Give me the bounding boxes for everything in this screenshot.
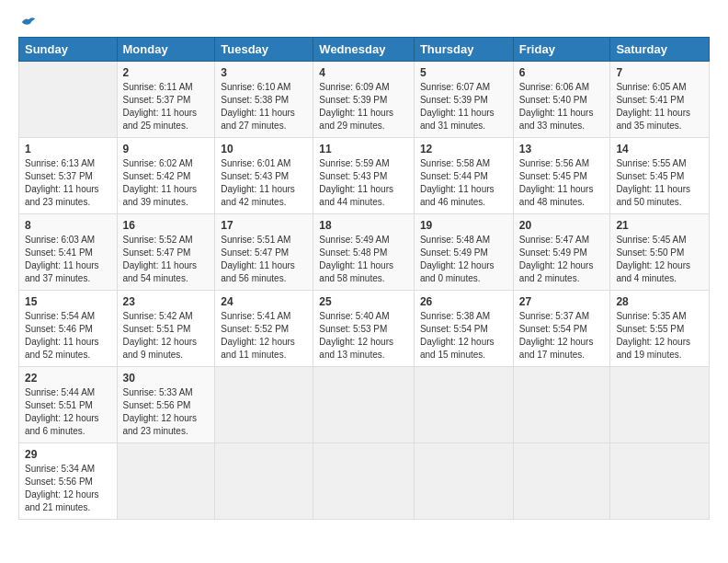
day-info: Sunrise: 6:01 AM Sunset: 5:43 PM Dayligh…	[221, 157, 307, 209]
calendar-cell: 22Sunrise: 5:44 AM Sunset: 5:51 PM Dayli…	[19, 367, 118, 443]
day-number: 16	[123, 219, 210, 232]
day-info: Sunrise: 5:47 AM Sunset: 5:49 PM Dayligh…	[519, 234, 605, 285]
day-number: 4	[319, 66, 408, 79]
calendar-header: SundayMondayTuesdayWednesdayThursdayFrid…	[19, 38, 710, 62]
day-number: 15	[25, 295, 111, 308]
day-number: 8	[25, 219, 111, 232]
day-number: 3	[221, 66, 307, 79]
calendar-cell	[117, 443, 215, 520]
day-number: 29	[25, 448, 111, 461]
day-number: 7	[616, 66, 703, 79]
day-info: Sunrise: 5:48 AM Sunset: 5:49 PM Dayligh…	[420, 234, 507, 285]
calendar-cell: 19Sunrise: 5:48 AM Sunset: 5:49 PM Dayli…	[414, 214, 513, 291]
day-info: Sunrise: 5:56 AM Sunset: 5:45 PM Dayligh…	[519, 157, 605, 209]
calendar-cell: 29Sunrise: 5:34 AM Sunset: 5:56 PM Dayli…	[19, 443, 118, 520]
calendar-cell: 11Sunrise: 5:59 AM Sunset: 5:43 PM Dayli…	[313, 138, 415, 214]
calendar-cell: 7Sunrise: 6:05 AM Sunset: 5:41 PM Daylig…	[610, 62, 710, 138]
day-info: Sunrise: 5:44 AM Sunset: 5:51 PM Dayligh…	[25, 386, 111, 438]
calendar-cell: 5Sunrise: 6:07 AM Sunset: 5:39 PM Daylig…	[414, 62, 513, 138]
page-header	[18, 15, 710, 29]
day-number: 17	[221, 219, 307, 232]
calendar-cell: 28Sunrise: 5:35 AM Sunset: 5:55 PM Dayli…	[610, 291, 710, 367]
col-header-monday: Monday	[117, 38, 215, 62]
day-info: Sunrise: 5:58 AM Sunset: 5:44 PM Dayligh…	[420, 157, 507, 209]
calendar-cell: 26Sunrise: 5:38 AM Sunset: 5:54 PM Dayli…	[414, 291, 513, 367]
calendar-cell	[513, 367, 610, 443]
day-number: 25	[319, 295, 408, 308]
calendar-body: 2Sunrise: 6:11 AM Sunset: 5:37 PM Daylig…	[19, 62, 710, 520]
day-info: Sunrise: 5:37 AM Sunset: 5:54 PM Dayligh…	[519, 310, 605, 362]
day-number: 27	[519, 295, 605, 308]
calendar-cell	[414, 443, 513, 520]
day-info: Sunrise: 5:40 AM Sunset: 5:53 PM Dayligh…	[319, 310, 408, 362]
col-header-sunday: Sunday	[19, 38, 118, 62]
day-number: 24	[221, 295, 307, 308]
day-number: 19	[420, 219, 507, 232]
calendar-cell: 1Sunrise: 6:13 AM Sunset: 5:37 PM Daylig…	[19, 138, 118, 214]
bird-icon	[20, 15, 37, 29]
calendar-week-4: 22Sunrise: 5:44 AM Sunset: 5:51 PM Dayli…	[19, 367, 710, 443]
day-info: Sunrise: 5:51 AM Sunset: 5:47 PM Dayligh…	[221, 234, 307, 285]
day-info: Sunrise: 6:09 AM Sunset: 5:39 PM Dayligh…	[319, 81, 408, 132]
col-header-wednesday: Wednesday	[313, 38, 415, 62]
calendar-cell: 10Sunrise: 6:01 AM Sunset: 5:43 PM Dayli…	[215, 138, 313, 214]
day-number: 26	[420, 295, 507, 308]
day-number: 22	[25, 372, 111, 385]
calendar-cell: 6Sunrise: 6:06 AM Sunset: 5:40 PM Daylig…	[513, 62, 610, 138]
day-info: Sunrise: 5:34 AM Sunset: 5:56 PM Dayligh…	[25, 463, 111, 514]
day-info: Sunrise: 6:07 AM Sunset: 5:39 PM Dayligh…	[420, 81, 507, 132]
calendar-week-5: 29Sunrise: 5:34 AM Sunset: 5:56 PM Dayli…	[19, 443, 710, 520]
day-number: 10	[221, 143, 307, 155]
col-header-friday: Friday	[513, 38, 610, 62]
col-header-thursday: Thursday	[414, 38, 513, 62]
calendar-cell: 24Sunrise: 5:41 AM Sunset: 5:52 PM Dayli…	[215, 291, 313, 367]
day-number: 5	[420, 66, 507, 79]
day-info: Sunrise: 6:11 AM Sunset: 5:37 PM Dayligh…	[123, 81, 210, 132]
col-header-saturday: Saturday	[610, 38, 710, 62]
calendar-week-0: 2Sunrise: 6:11 AM Sunset: 5:37 PM Daylig…	[19, 62, 710, 138]
calendar-table: SundayMondayTuesdayWednesdayThursdayFrid…	[18, 37, 710, 520]
day-info: Sunrise: 5:33 AM Sunset: 5:56 PM Dayligh…	[123, 386, 210, 438]
calendar-cell	[215, 443, 313, 520]
day-number: 2	[123, 66, 210, 79]
day-info: Sunrise: 5:35 AM Sunset: 5:55 PM Dayligh…	[616, 310, 703, 362]
day-info: Sunrise: 6:06 AM Sunset: 5:40 PM Dayligh…	[519, 81, 605, 132]
calendar-cell: 15Sunrise: 5:54 AM Sunset: 5:46 PM Dayli…	[19, 291, 118, 367]
day-number: 6	[519, 66, 605, 79]
day-number: 14	[616, 143, 703, 155]
calendar-cell	[610, 367, 710, 443]
calendar-cell: 2Sunrise: 6:11 AM Sunset: 5:37 PM Daylig…	[117, 62, 215, 138]
calendar-cell: 21Sunrise: 5:45 AM Sunset: 5:50 PM Dayli…	[610, 214, 710, 291]
logo	[18, 15, 37, 29]
day-info: Sunrise: 5:59 AM Sunset: 5:43 PM Dayligh…	[319, 157, 408, 209]
day-info: Sunrise: 5:41 AM Sunset: 5:52 PM Dayligh…	[221, 310, 307, 362]
calendar-cell: 12Sunrise: 5:58 AM Sunset: 5:44 PM Dayli…	[414, 138, 513, 214]
day-number: 30	[123, 372, 210, 385]
day-info: Sunrise: 6:10 AM Sunset: 5:38 PM Dayligh…	[221, 81, 307, 132]
calendar-week-2: 8Sunrise: 6:03 AM Sunset: 5:41 PM Daylig…	[19, 214, 710, 291]
calendar-cell: 23Sunrise: 5:42 AM Sunset: 5:51 PM Dayli…	[117, 291, 215, 367]
calendar-cell: 14Sunrise: 5:55 AM Sunset: 5:45 PM Dayli…	[610, 138, 710, 214]
day-info: Sunrise: 5:49 AM Sunset: 5:48 PM Dayligh…	[319, 234, 408, 285]
calendar-cell: 4Sunrise: 6:09 AM Sunset: 5:39 PM Daylig…	[313, 62, 415, 138]
day-info: Sunrise: 5:55 AM Sunset: 5:45 PM Dayligh…	[616, 157, 703, 209]
calendar-cell: 25Sunrise: 5:40 AM Sunset: 5:53 PM Dayli…	[313, 291, 415, 367]
day-number: 28	[616, 295, 703, 308]
col-header-tuesday: Tuesday	[215, 38, 313, 62]
calendar-cell	[610, 443, 710, 520]
calendar-header-row: SundayMondayTuesdayWednesdayThursdayFrid…	[19, 38, 710, 62]
day-number: 11	[319, 143, 408, 155]
day-number: 23	[123, 295, 210, 308]
day-number: 18	[319, 219, 408, 232]
calendar-cell	[19, 62, 118, 138]
day-number: 12	[420, 143, 507, 155]
calendar-cell: 30Sunrise: 5:33 AM Sunset: 5:56 PM Dayli…	[117, 367, 215, 443]
calendar-cell: 3Sunrise: 6:10 AM Sunset: 5:38 PM Daylig…	[215, 62, 313, 138]
calendar-cell	[513, 443, 610, 520]
day-info: Sunrise: 6:13 AM Sunset: 5:37 PM Dayligh…	[25, 157, 111, 209]
day-number: 13	[519, 143, 605, 155]
calendar-cell: 13Sunrise: 5:56 AM Sunset: 5:45 PM Dayli…	[513, 138, 610, 214]
day-number: 9	[123, 143, 210, 155]
calendar-cell: 16Sunrise: 5:52 AM Sunset: 5:47 PM Dayli…	[117, 214, 215, 291]
day-info: Sunrise: 5:38 AM Sunset: 5:54 PM Dayligh…	[420, 310, 507, 362]
